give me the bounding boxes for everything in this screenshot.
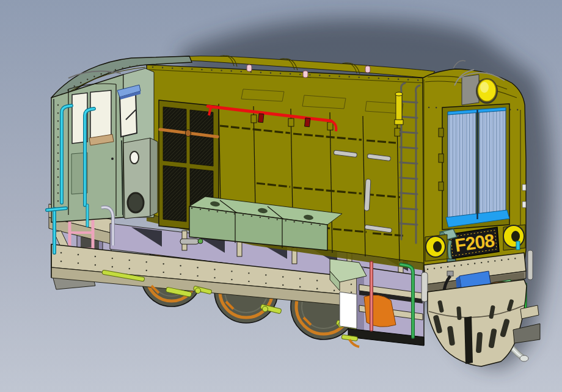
lifting-eye [247,65,252,71]
cab-sandbox [123,138,158,219]
shutter-hinge [439,154,443,162]
door-hinge [288,118,294,126]
white-panel [340,292,357,328]
porthole [130,151,139,164]
shutter-hinge [439,182,443,191]
door-hinge [327,122,333,130]
lifting-eye [303,71,308,78]
drain-valve-cyan [516,241,520,250]
exhaust-stack [395,92,403,125]
lifting-eye [365,66,370,73]
door-hinge [251,115,257,123]
vacuum-pipe [422,272,428,302]
door-latch [111,158,114,160]
radiator-panel [448,111,476,223]
porthole-opening [128,193,144,212]
radiator-panel [479,109,506,219]
shutter-hinge [439,128,443,137]
door-window [90,90,111,139]
cad-viewport[interactable]: F208 [0,0,562,392]
reservoir-cylinder [180,239,199,244]
radiator-shutters [439,104,509,230]
side-pipe [528,250,533,280]
front-end: F208 [422,60,540,366]
render-canvas: F208 [0,0,562,392]
center-bar [464,316,473,364]
